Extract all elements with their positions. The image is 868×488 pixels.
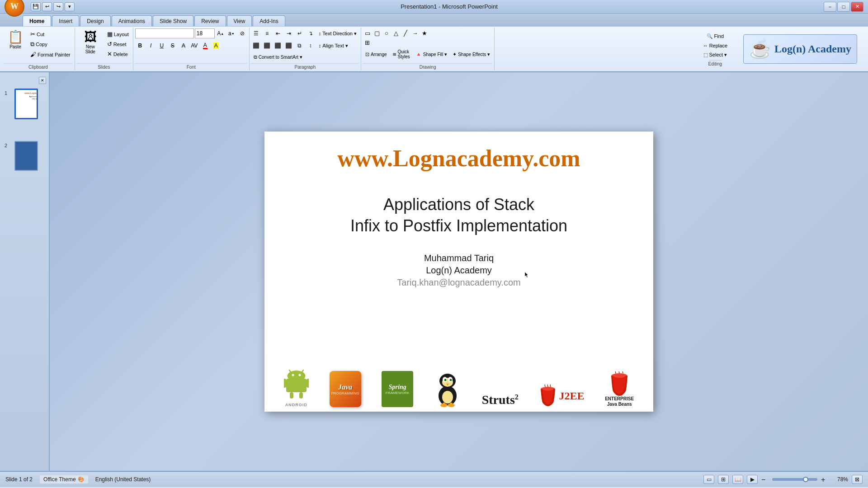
minimize-button[interactable]: − bbox=[824, 2, 836, 12]
ellipse-shape-button[interactable]: ○ bbox=[382, 28, 391, 38]
maximize-button[interactable]: □ bbox=[837, 2, 850, 12]
bullets-button[interactable]: ☰ bbox=[251, 28, 261, 38]
save-button[interactable]: 💾 bbox=[31, 2, 41, 11]
slide-sorter-view-button[interactable]: ⊞ bbox=[718, 475, 729, 484]
italic-button[interactable]: I bbox=[146, 41, 156, 51]
char-spacing-button[interactable]: AV bbox=[189, 41, 199, 51]
office-logo[interactable]: W bbox=[5, 0, 24, 17]
replace-button[interactable]: ↔ Replace bbox=[701, 42, 730, 50]
line-shape-button[interactable]: ╱ bbox=[401, 28, 410, 38]
align-center-button[interactable]: ⬛ bbox=[262, 41, 272, 51]
close-button[interactable]: ✕ bbox=[851, 2, 863, 12]
cut-button[interactable]: ✂ Cut bbox=[28, 29, 73, 39]
slide-1-thumbnail[interactable]: www.Lognacademy.com Applications of Stac… bbox=[14, 89, 38, 119]
align-left-button[interactable]: ⬛ bbox=[251, 41, 261, 51]
undo-button[interactable]: ↩ bbox=[42, 2, 52, 11]
drawing-format-row: ⊡ Arrange ≋ QuickStyles 🔺 Shape Fill ▾ ✦ bbox=[363, 48, 492, 61]
paste-button[interactable]: 📋 Paste bbox=[4, 28, 27, 60]
slide-show-view-button[interactable]: ▶ bbox=[747, 475, 758, 484]
redo-button[interactable]: ↪ bbox=[53, 2, 63, 11]
star-shape-button[interactable]: ★ bbox=[420, 28, 429, 38]
svg-point-18 bbox=[445, 380, 446, 380]
svg-point-4 bbox=[292, 374, 294, 376]
tab-insert[interactable]: Insert bbox=[52, 15, 79, 26]
font-label: Font bbox=[135, 63, 247, 70]
tab-animations[interactable]: Animations bbox=[112, 15, 152, 26]
arrow-shape-button[interactable]: → bbox=[410, 28, 420, 38]
new-slide-button[interactable]: 🖼 NewSlide bbox=[77, 28, 104, 60]
delete-icon: ✕ bbox=[107, 51, 112, 57]
strikethrough-button[interactable]: S bbox=[168, 41, 178, 51]
justify-button[interactable]: ⬛ bbox=[284, 41, 294, 51]
svg-point-28 bbox=[613, 374, 625, 378]
zoom-in-button[interactable]: + bbox=[821, 476, 828, 483]
font-size-input[interactable]: 18 bbox=[195, 28, 215, 38]
align-right-button[interactable]: ⬛ bbox=[273, 41, 283, 51]
rtl-button[interactable]: ↵ bbox=[295, 28, 305, 38]
shape-fill-button[interactable]: 🔺 Shape Fill ▾ bbox=[413, 50, 449, 59]
tab-review[interactable]: Review bbox=[194, 15, 226, 26]
zoom-thumb[interactable] bbox=[803, 477, 808, 482]
slide-info: Slide 1 of 2 bbox=[5, 476, 33, 483]
columns-button[interactable]: ⧉ bbox=[295, 41, 305, 51]
text-direction-button[interactable]: ↕ Text Direction ▾ bbox=[316, 29, 359, 38]
underline-button[interactable]: U bbox=[157, 41, 167, 51]
spring-text: Spring bbox=[389, 384, 406, 391]
decrease-indent-button[interactable]: ⇤ bbox=[273, 28, 283, 38]
coffee-cup-icon: ☕ bbox=[749, 38, 772, 60]
clear-format-button[interactable]: ⊘ bbox=[237, 28, 247, 38]
text-shadow-button[interactable]: A bbox=[179, 41, 189, 51]
font-name-input[interactable] bbox=[135, 28, 194, 38]
java-logo: Java PROGRAMMING bbox=[330, 371, 361, 407]
ltr-button[interactable]: ↴ bbox=[306, 28, 316, 38]
triangle-shape-button[interactable]: △ bbox=[392, 28, 401, 38]
quickaccess-dropdown-button[interactable]: ▾ bbox=[65, 2, 75, 11]
font-highlight-button[interactable]: A bbox=[211, 41, 221, 51]
select-button[interactable]: ⬚ Select ▾ bbox=[701, 51, 730, 59]
delete-button[interactable]: ✕ Delete bbox=[105, 49, 131, 59]
slide-panel[interactable]: ✕ 1 www.Lognacademy.com Applications of … bbox=[0, 72, 50, 471]
convert-smartart-button[interactable]: ⧉ Convert to SmartArt ▾ bbox=[251, 53, 305, 61]
svg-rect-23 bbox=[443, 403, 445, 406]
slide-2-thumbnail[interactable] bbox=[14, 141, 38, 171]
arrange-button[interactable]: ⊡ Arrange bbox=[363, 50, 389, 59]
font-size-increase-button[interactable]: A▲ bbox=[216, 28, 226, 38]
quick-styles-button[interactable]: ≋ QuickStyles bbox=[390, 48, 412, 61]
copy-button[interactable]: ⧉ Copy bbox=[28, 39, 73, 49]
tab-slideshow[interactable]: Slide Show bbox=[153, 15, 193, 26]
bold-button[interactable]: B bbox=[135, 41, 145, 51]
android-svg bbox=[284, 368, 309, 402]
font-color-button[interactable]: A bbox=[200, 41, 210, 51]
line-spacing-button[interactable]: ↕ bbox=[306, 41, 316, 51]
increase-indent-button[interactable]: ⇥ bbox=[284, 28, 294, 38]
struts-logo: Struts2 bbox=[482, 393, 519, 407]
zoom-out-button[interactable]: − bbox=[761, 476, 769, 483]
align-text-button[interactable]: ↕ Align Text ▾ bbox=[316, 42, 350, 50]
format-painter-button[interactable]: 🖌 Format Painter bbox=[28, 50, 73, 59]
rectangle-shape-button[interactable]: ▭ bbox=[363, 28, 372, 38]
shapes-more-button[interactable]: ⊞ bbox=[363, 38, 372, 47]
normal-view-button[interactable]: ▭ bbox=[703, 475, 714, 484]
reset-button[interactable]: ↺ Reset bbox=[105, 39, 131, 49]
shape-effects-button[interactable]: ✦ Shape Effects ▾ bbox=[450, 50, 492, 59]
zoom-slider[interactable] bbox=[772, 478, 817, 481]
theme-indicator[interactable]: Office Theme 🎨 bbox=[40, 475, 88, 483]
spring-logo: Spring FRAMEWORK bbox=[382, 371, 413, 407]
find-button[interactable]: 🔍 Find bbox=[704, 32, 726, 41]
font-size-decrease-button[interactable]: a▼ bbox=[226, 28, 236, 38]
layout-button[interactable]: ▦ Layout bbox=[105, 29, 131, 39]
font-name-row: 18 A▲ a▼ ⊘ bbox=[135, 28, 247, 38]
slide-2-wrapper: 2 bbox=[2, 132, 47, 180]
paragraph-group: ☰ ≡ ⇤ ⇥ ↵ ↴ ↕ Text Direction ▾ ⬛ ⬛ ⬛ bbox=[250, 28, 361, 70]
logn-academy-logo[interactable]: ☕ Log(n) Academy bbox=[743, 34, 857, 64]
tab-addins[interactable]: Add-Ins bbox=[253, 15, 285, 26]
tab-home[interactable]: Home bbox=[23, 15, 51, 26]
reading-view-button[interactable]: 📖 bbox=[732, 475, 743, 484]
tab-design[interactable]: Design bbox=[80, 15, 110, 26]
numbering-button[interactable]: ≡ bbox=[262, 28, 272, 38]
tab-view[interactable]: View bbox=[227, 15, 252, 26]
fit-slide-button[interactable]: ⊠ bbox=[852, 475, 863, 484]
copy-icon: ⧉ bbox=[30, 41, 34, 48]
slides-group-content: 🖼 NewSlide ▦ Layout ↺ Reset ✕ Delete bbox=[77, 28, 131, 62]
rounded-rect-shape-button[interactable]: ▢ bbox=[373, 28, 382, 38]
